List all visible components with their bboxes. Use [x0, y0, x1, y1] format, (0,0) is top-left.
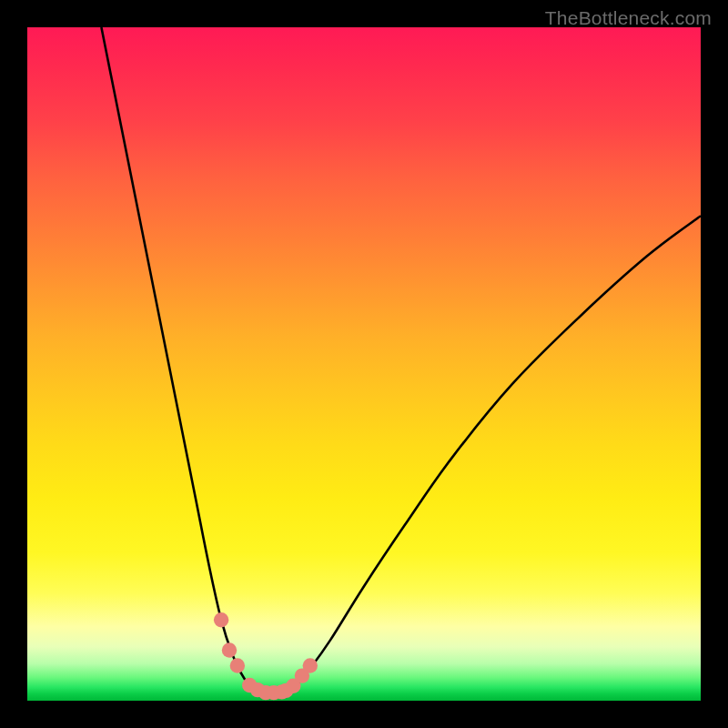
- basin-marker: [222, 642, 237, 657]
- right-curve: [287, 216, 701, 691]
- basin-marker: [230, 658, 245, 672]
- chart-svg: [27, 27, 701, 701]
- basin-marker: [214, 612, 228, 627]
- watermark-text: TheBottleneck.com: [545, 7, 712, 29]
- plot-area: [27, 27, 701, 701]
- left-curve: [101, 27, 256, 692]
- basin-markers: [214, 612, 318, 700]
- basin-marker: [303, 658, 318, 672]
- curve-group: [101, 27, 701, 692]
- chart-frame: TheBottleneck.com: [0, 0, 728, 728]
